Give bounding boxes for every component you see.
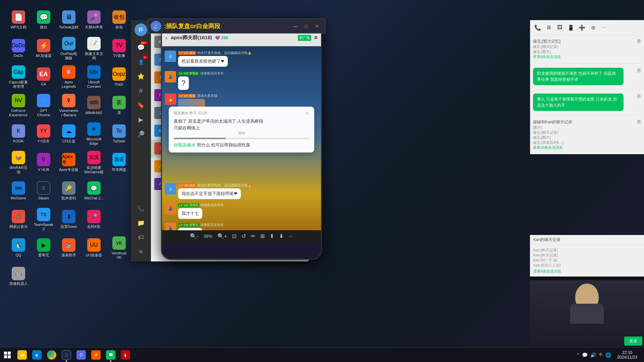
icon-capcut[interactable]: Cap Capcut新素材管理 xyxy=(7,64,30,90)
close-button[interactable]: ✕ xyxy=(312,21,322,32)
header-phone2-icon[interactable]: 📱 xyxy=(566,23,576,32)
tray-volume[interactable]: 🔊 xyxy=(590,352,596,358)
icon-iqiyi[interactable]: ▶ 爱奇艺 xyxy=(32,235,55,261)
icon-vkuai[interactable]: VK VeryKuai VK xyxy=(107,235,131,261)
icon-wps[interactable]: 📄 WPS文档 xyxy=(7,7,30,34)
edit-button[interactable]: ✏ xyxy=(251,233,255,239)
icon-wechat3[interactable]: 💬 WeChat 2... xyxy=(82,178,106,204)
zoom-in-button[interactable]: 🔍+ xyxy=(217,233,227,239)
popup-close-button[interactable]: ✕ xyxy=(305,111,309,116)
group-square-button[interactable]: 群广场 xyxy=(298,35,311,41)
taskbar-explorer[interactable]: 📁 xyxy=(15,348,30,362)
rp4-action-btn[interactable]: 养 xyxy=(637,119,641,125)
sidebar-folder-icon[interactable]: 📁 xyxy=(135,217,147,229)
zoom-out-button[interactable]: 🔍- xyxy=(190,233,198,239)
icon-ts3[interactable]: TS TeamSpeak 3 xyxy=(32,206,55,233)
crop-button[interactable]: ⊞ xyxy=(260,233,265,239)
maximize-button[interactable]: □ xyxy=(301,21,312,32)
sidebar-favorites-icon[interactable]: ⭐ xyxy=(135,70,147,83)
icon-manhua[interactable]: 📚 漫画助手 xyxy=(57,235,80,261)
start-button[interactable] xyxy=(0,348,15,362)
sidebar-video-icon[interactable]: ▶ xyxy=(135,113,147,126)
icon-ak-acc[interactable]: ⚡ AK加速器 xyxy=(32,35,55,62)
sidebar-phone-icon[interactable]: 📞 xyxy=(135,202,147,215)
sidebar-hashtag-icon[interactable]: # xyxy=(135,84,147,97)
icon-cha[interactable]: 茶 茶 xyxy=(107,92,131,119)
icon-quanmink[interactable]: 🎤 全民K歌 xyxy=(82,206,106,233)
taskbar-steam[interactable]: S xyxy=(59,348,74,362)
icon-todesk[interactable]: 🖥 ToDesk远程 xyxy=(57,7,80,34)
kan-count-link[interactable]: 查看8条发送消息 xyxy=(533,269,641,274)
rotate-button[interactable]: ↺ xyxy=(241,233,246,239)
icon-yy[interactable]: YY YY语音 xyxy=(32,121,55,147)
tray-ime[interactable]: 中 xyxy=(599,352,603,358)
send-button[interactable]: 发送 xyxy=(624,337,642,346)
taskbar-edge[interactable]: e xyxy=(30,348,44,362)
icon-apex-pro[interactable]: Apex专 Apex专业版 xyxy=(57,149,80,176)
header-plus-icon[interactable]: ⊕ xyxy=(588,23,598,32)
icon-voicemod[interactable]: 🎙 Voicemeeter Banana xyxy=(57,92,80,119)
chat-menu-button[interactable]: ≡ xyxy=(314,34,318,41)
icon-dashi-ai[interactable]: 🎤 大师AI声库 xyxy=(82,7,106,34)
icon-gpt-chrome[interactable]: 🌐 GPT Chrome xyxy=(32,92,55,119)
tray-chevron[interactable]: ^ xyxy=(577,352,579,358)
icon-kaimi[interactable]: 🔑 凯米密码 xyxy=(57,178,80,204)
icon-wedown[interactable]: 迅雷 等等网盘 xyxy=(107,149,131,176)
rp4-count-link[interactable]: 查看29条发消消息 xyxy=(533,145,572,150)
phone-back-button[interactable]: ‹ xyxy=(165,34,168,42)
sidebar-menu-icon[interactable]: ≡ xyxy=(135,245,147,258)
icon-shoubao[interactable]: 收包 收包 xyxy=(107,7,131,34)
icon-tvlive[interactable]: TV TV直播 xyxy=(107,35,131,62)
taskbar-clock[interactable]: 22:10 2024/11/23 xyxy=(614,350,641,360)
icon-uu-acc[interactable]: UU UU加速器 xyxy=(82,235,106,261)
taskbar-apex[interactable]: ⚡ xyxy=(89,348,103,362)
share-button[interactable]: ⬆ xyxy=(270,233,274,239)
icon-ddb[interactable]: ddb ddbdlcbb2 xyxy=(82,92,106,119)
header-screen-icon[interactable]: 🖥 xyxy=(544,23,553,32)
fit-button[interactable]: ⊡ xyxy=(232,233,236,239)
tray-wechat[interactable]: 💬 xyxy=(582,352,588,358)
icon-kook[interactable]: K KOOK xyxy=(7,121,30,147)
sidebar-bookmark-icon[interactable]: 🔖 xyxy=(135,99,147,112)
icon-geforce[interactable]: NV GeForce Experience xyxy=(7,92,30,119)
icon-xunlei[interactable]: ⬇ 迅雷Down xyxy=(57,206,80,233)
minimize-button[interactable]: — xyxy=(290,21,301,32)
sidebar-search2-icon[interactable]: 🔎 xyxy=(135,128,147,140)
header-phone-icon[interactable]: 📞 xyxy=(533,23,542,32)
icon-robot-acc[interactable]: 🤖 加速机器人 xyxy=(7,263,30,290)
more-button[interactable]: ··· xyxy=(288,233,293,239)
icon-ubisoft[interactable]: Ubi Ubisoft Connect xyxy=(82,64,106,90)
tray-network[interactable]: 🌐 xyxy=(605,352,611,358)
header-image-icon[interactable]: 🖼 xyxy=(555,23,565,32)
taskbar-discord[interactable]: D xyxy=(74,348,89,362)
icon-steam[interactable]: S Steam xyxy=(32,178,55,204)
taskbar-chrome[interactable]: 🌐 xyxy=(44,348,59,362)
sidebar-tag-icon[interactable]: 🏷 xyxy=(135,231,147,244)
icon-wechat-desktop[interactable]: 💬 微信 xyxy=(32,7,55,34)
header-add-icon[interactable]: ➕ xyxy=(577,23,587,32)
icon-newdoc[interactable]: 📝 新建文本文档 xyxy=(82,35,106,62)
icon-oopz[interactable]: Oopz Oopz xyxy=(107,64,131,90)
icon-netease[interactable]: 🎵 网易云音乐 xyxy=(7,206,30,233)
icon-123cloud[interactable]: ☁ 123云盘 xyxy=(57,121,80,147)
icon-vhub[interactable]: V V HUB xyxy=(32,149,55,176)
taskbar-wechat[interactable]: 💬 xyxy=(103,348,118,362)
icon-ea[interactable]: EA EA xyxy=(32,64,55,90)
sidebar-chat-icon[interactable]: 💬 99+ xyxy=(135,41,147,54)
icon-ms-edge[interactable]: e Microsoft Edge xyxy=(82,121,106,147)
rp1-action-btn[interactable]: 养 xyxy=(637,39,641,45)
rp1-count-link[interactable]: 查看8条发送消息 xyxy=(533,54,561,59)
icon-wegame2[interactable]: We WeGame xyxy=(7,178,30,204)
icon-ourplay[interactable]: Our OurPlay电脑版 xyxy=(57,35,80,62)
header-more-icon[interactable]: ··· xyxy=(599,23,609,32)
rp3-action-btn[interactable]: 养 xyxy=(637,94,641,100)
icon-wegame[interactable]: 实况 实况锦赛WeGame版 xyxy=(82,149,106,176)
icon-apex-legends[interactable]: 🎯 Apex Legends xyxy=(57,64,80,90)
icon-winrar[interactable]: 📦 WinRAR压缩 xyxy=(7,149,30,176)
icon-qq[interactable]: 🐧 QQ xyxy=(7,235,30,261)
icon-todesk-2[interactable]: To ToDesk xyxy=(107,121,131,147)
icon-dodo[interactable]: DoDo DoDo xyxy=(7,35,30,62)
taskbar-tencent[interactable]: 🐧 xyxy=(118,348,133,362)
rp2-action-btn[interactable]: 养 xyxy=(637,68,641,74)
sidebar-contacts-icon[interactable]: 👤 1 xyxy=(135,56,147,68)
